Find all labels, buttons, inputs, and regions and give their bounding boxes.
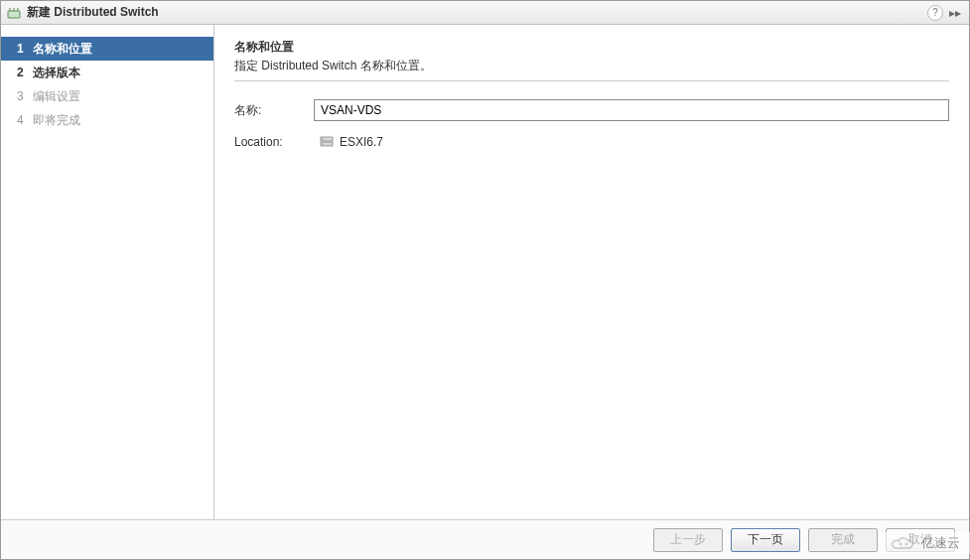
dialog-footer: 上一步 下一页 完成 取消 (1, 519, 969, 559)
panel-title: 名称和位置 (234, 39, 949, 56)
help-icon[interactable]: ? (927, 5, 943, 21)
dvswitch-icon (7, 6, 21, 20)
step-label: 即将完成 (33, 112, 80, 129)
name-label: 名称: (234, 102, 314, 119)
location-value: ESXI6.7 (340, 135, 383, 149)
wizard-step-select-version[interactable]: 2 选择版本 (1, 61, 213, 84)
titlebar: 新建 Distributed Switch ? ▸▸ (1, 1, 969, 25)
panel-subtitle: 指定 Distributed Switch 名称和位置。 (234, 58, 949, 74)
name-field-row: 名称: (234, 99, 949, 121)
location-label: Location: (234, 135, 314, 149)
cancel-button[interactable]: 取消 (886, 528, 955, 552)
back-button: 上一步 (653, 528, 723, 552)
expand-icon[interactable]: ▸▸ (947, 6, 963, 20)
wizard-step-edit-settings: 3 编辑设置 (1, 84, 213, 108)
step-label: 编辑设置 (33, 88, 80, 105)
next-button[interactable]: 下一页 (731, 528, 800, 552)
svg-point-6 (322, 138, 323, 139)
divider (234, 80, 949, 81)
datacenter-icon (320, 135, 334, 149)
step-number: 3 (17, 89, 33, 103)
step-number: 2 (17, 66, 33, 79)
dialog-title: 新建 Distributed Switch (27, 4, 927, 21)
svg-rect-0 (8, 11, 20, 18)
wizard-step-name-location[interactable]: 1 名称和位置 (1, 37, 213, 61)
step-label: 名称和位置 (33, 41, 92, 58)
dialog-window: 新建 Distributed Switch ? ▸▸ 1 名称和位置 2 选择版… (0, 0, 970, 560)
dialog-body: 1 名称和位置 2 选择版本 3 编辑设置 4 即将完成 名称和位置 指定 Di… (1, 25, 969, 519)
wizard-step-ready-complete: 4 即将完成 (1, 108, 213, 132)
finish-button: 完成 (808, 528, 878, 552)
step-label: 选择版本 (33, 65, 80, 81)
svg-point-7 (322, 143, 323, 144)
wizard-main-panel: 名称和位置 指定 Distributed Switch 名称和位置。 名称: L… (214, 25, 969, 519)
step-number: 4 (17, 113, 33, 127)
step-number: 1 (17, 42, 33, 56)
wizard-sidebar: 1 名称和位置 2 选择版本 3 编辑设置 4 即将完成 (1, 25, 214, 519)
location-field-row: Location: ESXI6.7 (234, 135, 949, 149)
name-input[interactable] (314, 99, 949, 121)
